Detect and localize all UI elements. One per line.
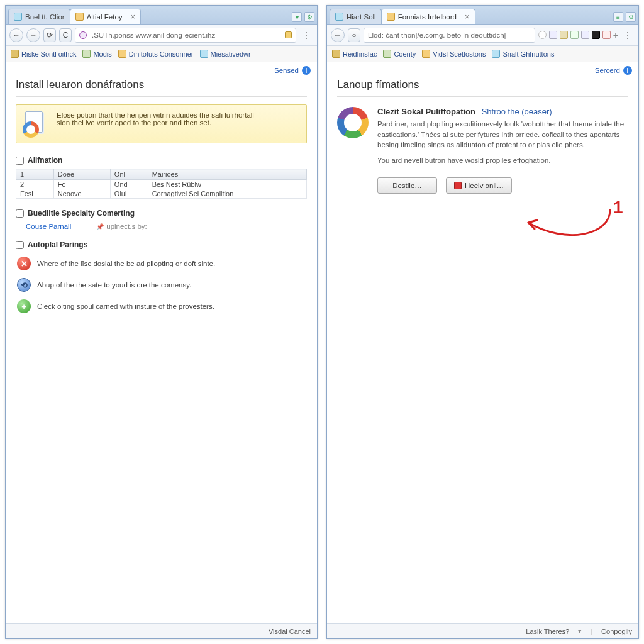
- col-header[interactable]: Mairioes: [148, 169, 306, 180]
- alifnation-table: 1 Doee Onl Mairioes 2 Fc Ond Bes Nest Rû…: [16, 169, 307, 199]
- section-checkbox[interactable]: [16, 157, 24, 165]
- back-button[interactable]: ←: [9, 28, 23, 42]
- notice-banner: Elose potion thart the henpen witrin adu…: [16, 104, 307, 143]
- status-text: Cleck olting spoul carned with insture o…: [37, 303, 214, 310]
- tab-active[interactable]: Altial Fetoy ×: [70, 9, 141, 24]
- page-icon: [75, 13, 84, 21]
- toolbar-icon[interactable]: [570, 31, 579, 39]
- section-checkbox[interactable]: [16, 241, 24, 249]
- tab-strip: Hiart Soll Fonniats Irrtelbord × ≡ ⚙: [327, 6, 638, 25]
- window-control-icon[interactable]: ⚙: [304, 12, 314, 22]
- menu-icon[interactable]: ⋮: [299, 30, 313, 40]
- section-title: Alifnation: [28, 156, 62, 165]
- toolbar-icon[interactable]: [538, 31, 547, 39]
- section-title: Buedlitle Specialty Comerting: [28, 209, 135, 218]
- statusbar-text: Conpogily: [601, 628, 632, 635]
- reload-button[interactable]: ○: [348, 28, 360, 42]
- bookmark-item[interactable]: Vidsl Scettostons: [422, 50, 486, 58]
- bookmark-icon: [200, 50, 208, 58]
- forward-button[interactable]: →: [26, 28, 40, 42]
- page-icon: [14, 13, 22, 21]
- product-heading: Clezit Sokal Puliffopation Shtroo the (o…: [377, 107, 628, 116]
- page-icon: [335, 13, 343, 21]
- navigation-bar: ← → ⟳ C |.SUTh.ponss www.anil dong-ecien…: [6, 25, 317, 46]
- stop-button[interactable]: C: [59, 28, 72, 42]
- bookmark-item[interactable]: Dinitotuts Consonner: [118, 50, 194, 58]
- right-browser-window: Hiart Soll Fonniats Irrtelbord × ≡ ⚙ ← ○…: [326, 5, 639, 639]
- status-text: Abup of the the sate to youd is cre the …: [37, 281, 191, 289]
- toolbar-icon[interactable]: [592, 31, 600, 39]
- heelv-button[interactable]: Heelv onil…: [446, 177, 512, 194]
- toolbar-icon[interactable]: [560, 31, 568, 39]
- bookmark-item[interactable]: Modis: [82, 50, 111, 58]
- address-text: Llod: čant thon|/e.comg. beto ln deoutti…: [368, 31, 506, 39]
- lock-icon: [285, 31, 292, 38]
- back-button[interactable]: ←: [331, 28, 345, 42]
- address-bar[interactable]: Llod: čant thon|/e.comg. beto ln deoutti…: [364, 28, 535, 43]
- lanoup-body: Clezit Sokal Puliffopation Shtroo the (o…: [337, 104, 628, 171]
- bookmark-item[interactable]: Riske Sontl oithck: [11, 50, 76, 58]
- add-tab-icon[interactable]: +: [613, 30, 618, 40]
- section-header-alifnation: Alifnation: [16, 156, 307, 165]
- table-row[interactable]: Fesl Neoove Olul Cornagtivel Sel Complit…: [16, 189, 307, 199]
- window-control-icon[interactable]: ⚙: [626, 12, 636, 22]
- statusbar-text: Laslk Theres?: [526, 628, 569, 635]
- info-icon[interactable]: i: [302, 66, 311, 75]
- close-icon[interactable]: ×: [465, 13, 470, 21]
- bookmark-label: Riske Sontl oithck: [21, 50, 76, 58]
- status-text: Where of the lîsc dosial the be ad pilop…: [37, 260, 215, 267]
- bookmark-icon: [383, 50, 391, 58]
- page-title: Lanoup fímations: [337, 79, 628, 91]
- address-bar[interactable]: |.SUTh.ponss www.anil dong-ecient.ihz: [75, 28, 296, 43]
- sensed-label: Sercerd: [595, 67, 620, 74]
- toolbar-icon[interactable]: [549, 31, 557, 39]
- status-row-info: ⟲ Abup of the the sate to youd is cre th…: [16, 274, 307, 296]
- status-bar: Visdal Cancel: [6, 623, 317, 638]
- tab-label: Hiart Soll: [347, 13, 376, 21]
- course-parnall-link[interactable]: Couse Parnall: [26, 223, 71, 230]
- bookmark-item[interactable]: Coenty: [383, 50, 416, 58]
- bookmark-label: Modis: [93, 50, 111, 58]
- toolbar-icon[interactable]: [602, 31, 611, 39]
- bookmark-icon: [82, 50, 91, 58]
- notice-icon: [24, 111, 49, 136]
- page-content: Lanoup fímations Clezit Sokal Puliffopat…: [327, 75, 638, 623]
- destile-button[interactable]: Destile…: [377, 177, 437, 194]
- col-header[interactable]: Onl: [110, 169, 148, 180]
- bookmark-item[interactable]: Reidfinsfac: [332, 50, 377, 58]
- tab-inactive[interactable]: Hiart Soll: [330, 9, 382, 24]
- bookmark-label: Coenty: [394, 50, 416, 58]
- product-description: You ard nevell butron have wosld propile…: [377, 155, 628, 166]
- window-control-icon[interactable]: ≡: [613, 12, 623, 22]
- shield-icon: [454, 182, 462, 189]
- menu-icon[interactable]: ⋮: [621, 30, 635, 40]
- bookmark-icon: [422, 50, 430, 58]
- globe-icon: [79, 31, 87, 39]
- notice-line: Elose potion thart the henpen witrin adu…: [57, 111, 254, 119]
- info-icon[interactable]: i: [623, 66, 632, 75]
- bookmark-item[interactable]: Miesativedwr: [200, 50, 251, 58]
- lanoup-text: Clezit Sokal Puliffopation Shtroo the (o…: [377, 107, 628, 171]
- bookmark-icon: [118, 50, 126, 58]
- tab-inactive[interactable]: Bnel tt. Clior: [8, 9, 70, 24]
- upinect-link[interactable]: upinect.s by:: [96, 223, 147, 230]
- bookmark-item[interactable]: Snalt Ghfnuttons: [492, 50, 554, 58]
- top-info-row: Sensed i: [6, 62, 317, 75]
- product-name: Clezit Sokal Puliffopation: [377, 107, 475, 116]
- toolbar-icon[interactable]: [581, 31, 589, 39]
- close-icon[interactable]: ×: [131, 13, 136, 21]
- page-content: Install leuaron donáfrations Elose potio…: [6, 75, 317, 623]
- bookmark-icon: [11, 50, 19, 58]
- col-header[interactable]: Doee: [53, 169, 110, 180]
- tab-active[interactable]: Fonniats Irrtelbord ×: [381, 9, 475, 24]
- section-checkbox[interactable]: [16, 209, 24, 218]
- tab-label: Bnel tt. Clior: [25, 13, 65, 21]
- col-header[interactable]: 1: [16, 169, 54, 180]
- reload-button[interactable]: ⟳: [43, 28, 56, 42]
- table-row[interactable]: 2 Fc Ond Bes Nest Rûblw: [16, 180, 307, 189]
- bookmark-label: Dinitotuts Consonner: [129, 50, 194, 58]
- separator: [16, 96, 307, 97]
- window-control-icon[interactable]: ▾: [292, 12, 302, 22]
- add-icon: +: [17, 299, 31, 313]
- product-sublink[interactable]: Shtroo the (oeaser): [482, 107, 552, 116]
